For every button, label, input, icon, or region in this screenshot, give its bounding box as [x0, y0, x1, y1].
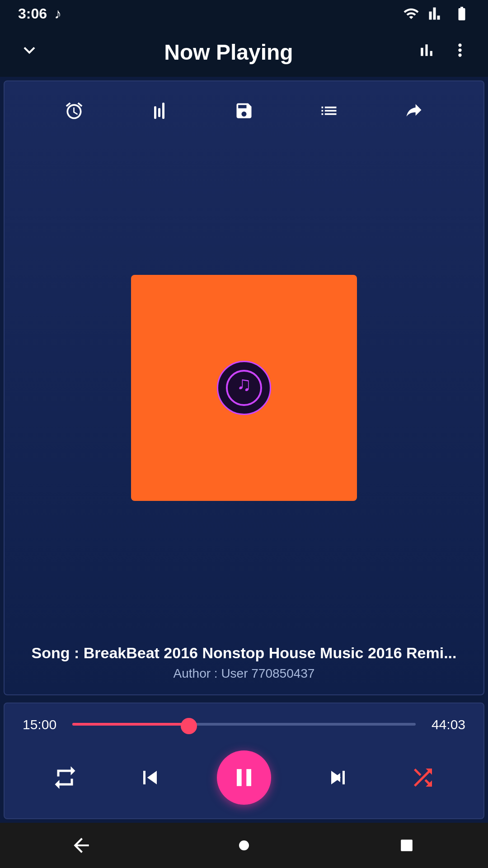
next-icon — [324, 764, 352, 791]
playlist-button[interactable] — [313, 95, 345, 127]
equalizer-button[interactable] — [143, 95, 175, 127]
song-info: Song : BreakBeat 2016 Nonstop House Musi… — [5, 635, 483, 694]
svg-point-3 — [239, 840, 249, 850]
album-art-container: ♫ — [5, 140, 483, 635]
playback-controls — [23, 746, 465, 809]
save-icon — [234, 101, 254, 121]
bottom-nav — [0, 823, 488, 868]
playlist-icon — [319, 101, 339, 121]
more-options-button[interactable] — [450, 40, 470, 64]
battery-icon — [454, 5, 470, 22]
svg-rect-4 — [401, 840, 413, 851]
pause-button[interactable] — [217, 750, 271, 805]
home-button[interactable] — [226, 827, 262, 863]
wifi-icon — [403, 5, 419, 22]
previous-icon — [136, 764, 164, 791]
recents-icon — [397, 835, 417, 855]
pause-icon — [230, 763, 258, 792]
music-note-logo: ♫ — [226, 370, 262, 406]
progress-track — [72, 723, 416, 726]
repeat-icon — [52, 764, 79, 791]
repeat-button[interactable] — [47, 760, 83, 796]
next-button[interactable] — [320, 760, 356, 796]
progress-bar[interactable] — [72, 723, 416, 726]
main-content: ♫ Song : BreakBeat 2016 Nonstop House Mu… — [4, 80, 484, 695]
alarm-button[interactable] — [58, 95, 90, 127]
back-icon — [70, 834, 93, 857]
song-author: Author : User 770850437 — [23, 666, 465, 681]
page-title: Now Playing — [164, 40, 293, 65]
status-bar: 3:06 ♪ — [0, 0, 488, 27]
chart-bar-icon — [417, 40, 436, 60]
song-title: Song : BreakBeat 2016 Nonstop House Musi… — [23, 644, 465, 662]
top-nav: Now Playing — [0, 27, 488, 77]
progress-thumb[interactable] — [181, 718, 197, 734]
nav-icons — [417, 40, 470, 64]
status-time: 3:06 — [18, 5, 47, 22]
previous-button[interactable] — [132, 760, 168, 796]
chart-bar-button[interactable] — [417, 40, 436, 64]
music-note-icon: ♪ — [54, 5, 61, 22]
player-section: 15:00 44:03 — [4, 703, 484, 819]
back-button[interactable] — [63, 827, 99, 863]
chevron-down-icon — [18, 39, 41, 61]
status-left: 3:06 ♪ — [18, 5, 61, 22]
progress-fill — [72, 723, 189, 726]
shuffle-button[interactable] — [405, 760, 441, 796]
more-options-icon — [450, 40, 470, 60]
share-icon — [404, 101, 424, 121]
status-right — [403, 5, 470, 22]
save-button[interactable] — [228, 95, 260, 127]
toolbar — [5, 81, 483, 140]
shuffle-icon — [409, 764, 436, 791]
home-icon — [234, 835, 254, 855]
share-button[interactable] — [398, 95, 430, 127]
svg-text:♫: ♫ — [237, 373, 252, 395]
current-time: 15:00 — [23, 717, 63, 732]
total-time: 44:03 — [425, 717, 465, 732]
progress-container: 15:00 44:03 — [23, 717, 465, 732]
signal-icon — [428, 5, 445, 22]
album-art: ♫ — [131, 275, 357, 501]
alarm-icon — [64, 101, 84, 121]
recents-button[interactable] — [389, 827, 425, 863]
collapse-button[interactable] — [18, 39, 41, 66]
music-logo: ♫ — [217, 361, 271, 415]
